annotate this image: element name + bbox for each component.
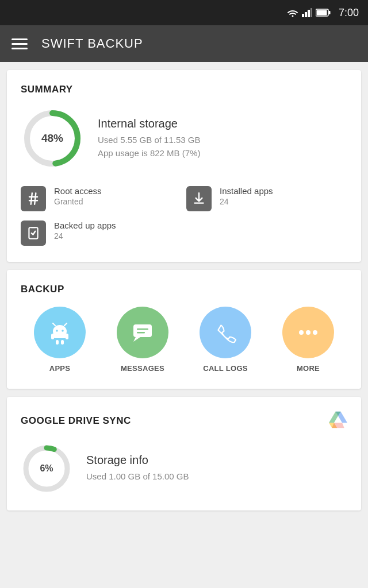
storage-row: 48% Internal storage Used 5.55 GB of 11.…	[21, 107, 347, 170]
summary-card: SUMMARY 48% Internal storage Used 5.55 G…	[7, 70, 361, 262]
root-access-text: Root access Granted	[54, 186, 102, 206]
more-circle	[282, 307, 334, 358]
svg-marker-21	[133, 337, 140, 342]
svg-rect-19	[61, 340, 64, 345]
gdrive-storage-used: Used 1.00 GB of 15.00 GB	[86, 470, 189, 483]
storage-used: Used 5.55 GB of 11.53 GB	[98, 134, 200, 147]
svg-point-11	[56, 330, 58, 332]
backed-up-apps-text: Backed up apps 24	[54, 220, 116, 241]
battery-icon	[316, 9, 331, 17]
status-bar: 7:00	[0, 0, 368, 25]
gdrive-storage-info: Storage info Used 1.00 GB of 15.00 GB	[86, 454, 189, 483]
app-title: SWIFT BACKUP	[41, 36, 143, 51]
svg-point-12	[62, 330, 64, 332]
stat-installed-apps: Installed apps 24	[186, 186, 347, 211]
backup-item-call-logs[interactable]: CALL LOGS	[186, 307, 264, 373]
status-icons	[287, 8, 331, 17]
phone-icon	[213, 320, 238, 345]
call-logs-label: CALL LOGS	[203, 364, 248, 373]
backup-item-more[interactable]: MORE	[269, 307, 347, 373]
menu-button[interactable]	[12, 38, 28, 49]
more-label: MORE	[297, 364, 320, 373]
status-time: 7:00	[339, 7, 359, 19]
svg-rect-1	[305, 12, 307, 17]
download-icon	[191, 191, 206, 206]
svg-rect-6	[316, 10, 327, 16]
google-drive-card: GOOGLE DRIVE SYNC 6% Storage info Used 1…	[7, 397, 361, 510]
gdrive-donut: 6%	[21, 443, 72, 494]
apps-label: APPS	[49, 364, 71, 373]
svg-rect-13	[53, 332, 67, 338]
summary-title: SUMMARY	[21, 84, 347, 95]
backed-up-value: 24	[54, 231, 116, 241]
apps-circle	[34, 307, 86, 358]
checkclipboard-icon	[26, 226, 41, 241]
signal-icon	[302, 8, 312, 17]
gdrive-header: GOOGLE DRIVE SYNC	[21, 411, 347, 431]
svg-line-15	[64, 323, 67, 326]
backup-grid: APPS MESSAGES CALL LOGS	[21, 307, 347, 373]
svg-point-24	[299, 330, 304, 335]
storage-title: Internal storage	[98, 117, 200, 130]
storage-app-usage: App usage is 822 MB (7%)	[98, 147, 200, 160]
gdrive-title: GOOGLE DRIVE SYNC	[21, 415, 131, 427]
backup-title: BACKUP	[21, 284, 347, 295]
call-logs-circle	[200, 307, 251, 358]
backup-item-apps[interactable]: APPS	[21, 307, 99, 373]
storage-percent-label: 48%	[41, 132, 63, 145]
stats-grid: Root access Granted Installed apps 24	[21, 186, 347, 246]
svg-point-25	[306, 330, 310, 335]
installed-apps-icon-bg	[186, 186, 212, 211]
backup-item-messages[interactable]: MESSAGES	[103, 307, 182, 373]
svg-line-14	[53, 323, 55, 326]
backed-up-label: Backed up apps	[54, 220, 116, 230]
more-icon	[296, 320, 321, 345]
root-access-value: Granted	[54, 197, 102, 206]
svg-rect-16	[51, 334, 54, 339]
gdrive-percent-label: 6%	[40, 463, 53, 474]
backed-up-icon-bg	[21, 220, 46, 246]
svg-rect-2	[308, 10, 310, 17]
storage-info: Internal storage Used 5.55 GB of 11.53 G…	[98, 117, 200, 160]
hash-icon	[26, 191, 41, 206]
message-icon	[130, 320, 155, 345]
installed-apps-text: Installed apps 24	[220, 186, 273, 206]
gdrive-storage-title: Storage info	[86, 454, 189, 467]
svg-rect-0	[302, 14, 304, 17]
messages-label: MESSAGES	[121, 364, 164, 373]
gdrive-logo-icon	[329, 411, 347, 431]
backup-card: BACKUP APPS	[7, 270, 361, 389]
android-icon	[47, 320, 72, 345]
root-access-icon-bg	[21, 186, 46, 211]
storage-donut: 48%	[21, 107, 84, 170]
installed-apps-value: 24	[220, 197, 273, 206]
toolbar: SWIFT BACKUP	[0, 25, 368, 62]
svg-point-26	[313, 330, 317, 335]
svg-rect-23	[137, 332, 145, 334]
installed-apps-label: Installed apps	[220, 186, 273, 196]
svg-marker-30	[332, 423, 344, 428]
svg-rect-18	[56, 340, 59, 345]
stat-root-access: Root access Granted	[21, 186, 182, 211]
messages-circle	[117, 307, 168, 358]
stat-backed-up-apps: Backed up apps 24	[21, 220, 182, 246]
svg-rect-17	[66, 334, 68, 339]
root-access-label: Root access	[54, 186, 102, 196]
svg-rect-3	[310, 8, 312, 17]
gdrive-storage-row: 6% Storage info Used 1.00 GB of 15.00 GB	[21, 443, 347, 494]
svg-rect-5	[328, 11, 330, 14]
wifi-icon	[287, 8, 298, 17]
svg-rect-20	[133, 324, 152, 337]
svg-rect-22	[137, 328, 148, 330]
